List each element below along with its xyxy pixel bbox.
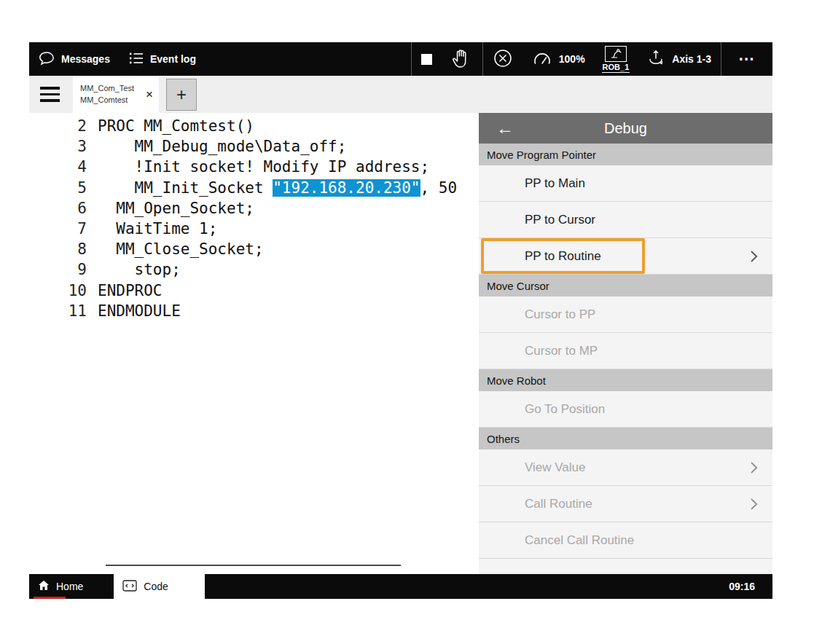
debug-item-cursor-to-pp[interactable]: Cursor to PP [479, 297, 772, 333]
debug-item-label: PP to Routine [525, 249, 750, 264]
line-number: 5 [29, 178, 87, 198]
debug-item-call-routine[interactable]: Call Routine [479, 486, 772, 522]
debug-item-label: PP to Main [525, 176, 758, 191]
stop-button[interactable] [412, 42, 442, 76]
more-button[interactable]: ⋯ [721, 42, 772, 76]
debug-item-label: View Value [525, 460, 750, 475]
robot-arm-icon [605, 46, 627, 62]
code-line[interactable]: 7 WaitTime 1; [29, 219, 479, 239]
line-text: !Init socket! Modify IP address; [87, 157, 429, 177]
line-text: MM_Init_Socket "192.168.20.230", 50 [87, 178, 457, 198]
axis-label: Axis 1-3 [672, 53, 711, 65]
tab-title-line1: MM_Com_Test [80, 83, 141, 94]
debug-item-cancel-call-routine[interactable]: Cancel Call Routine [479, 522, 772, 559]
line-number: 3 [29, 136, 87, 157]
line-text: MM_Debug_mode\Data_off; [87, 136, 346, 157]
axis-rotation-icon [646, 49, 665, 70]
close-tab-button[interactable]: × [141, 87, 153, 102]
code-line[interactable]: 4 !Init socket! Modify IP address; [29, 157, 479, 177]
selected-text: "192.168.20.230" [273, 179, 420, 197]
hamburger-menu-button[interactable] [40, 87, 60, 102]
home-active-indicator [34, 597, 66, 600]
flexpendant-app: Messages Event log [29, 42, 772, 599]
robot-unit-label: ROB_1 [602, 63, 630, 73]
axis-button[interactable]: Axis 1-3 [637, 42, 721, 76]
debug-section-header: Others [479, 428, 772, 449]
home-button[interactable]: Home [29, 574, 95, 599]
chevron-right-icon [750, 250, 758, 263]
code-line[interactable]: 3 MM_Debug_mode\Data_off; [29, 136, 479, 157]
hand-guide-button[interactable] [442, 42, 482, 76]
line-text: stop; [87, 259, 181, 280]
code-editor[interactable]: 2 PROC MM_Comtest() 3 MM_Debug_mode\Data… [29, 113, 479, 574]
debug-panel: ← Debug Move Program Pointer PP to Main … [479, 113, 772, 574]
debug-section-header: Move Cursor [479, 275, 772, 297]
taskbar: Home Code 09:16 [29, 574, 772, 599]
tab-title: MM_Com_Test MM_Comtest [80, 83, 141, 106]
debug-item-cursor-to-mp[interactable]: Cursor to MP [479, 333, 772, 369]
speed-button[interactable]: 100% [523, 42, 595, 76]
tab-bar: MM_Com_Test MM_Comtest × + [29, 76, 772, 113]
ellipsis-icon: ⋯ [731, 50, 763, 68]
line-number: 4 [29, 157, 87, 177]
code-window-icon [122, 580, 137, 594]
stop-icon [421, 54, 432, 65]
debug-item-view-value[interactable]: View Value [479, 449, 772, 486]
motors-off-icon [493, 48, 513, 71]
status-bar: Messages Event log [29, 42, 772, 76]
debug-item-pp-to-cursor[interactable]: PP to Cursor [479, 202, 772, 238]
clock: 09:16 [729, 581, 772, 592]
code-line[interactable]: 11 ENDMODULE [29, 301, 479, 321]
code-line[interactable]: 10 ENDPROC [29, 280, 479, 301]
debug-item-label: PP to Cursor [525, 213, 758, 227]
line-number: 2 [29, 116, 87, 136]
horizontal-scrollbar[interactable] [106, 565, 401, 566]
line-text: PROC MM_Comtest() [87, 116, 254, 136]
debug-item-go-to-position[interactable]: Go To Position [479, 391, 772, 428]
line-number: 9 [29, 259, 87, 280]
speed-value: 100% [559, 53, 585, 65]
debug-section-header: Move Robot [479, 369, 772, 391]
file-tab[interactable]: MM_Com_Test MM_Comtest × [73, 76, 159, 113]
line-text: ENDMODULE [87, 301, 181, 321]
debug-item-pp-to-routine[interactable]: PP to Routine [479, 238, 772, 275]
new-tab-button[interactable]: + [166, 79, 197, 111]
messages-label: Messages [61, 53, 110, 65]
line-number: 6 [29, 198, 87, 219]
code-line[interactable]: 5 MM_Init_Socket "192.168.20.230", 50 [29, 178, 479, 198]
debug-panel-titlebar: ← Debug [479, 113, 772, 144]
hamburger-icon [40, 87, 60, 90]
chevron-right-icon [750, 498, 758, 511]
line-number: 10 [29, 280, 87, 301]
messages-button[interactable]: Messages [29, 42, 120, 76]
debug-section-header: Move Program Pointer [479, 144, 772, 165]
code-editor-lines: 2 PROC MM_Comtest() 3 MM_Debug_mode\Data… [29, 116, 479, 321]
event-log-button[interactable]: Event log [120, 42, 206, 76]
code-line[interactable]: 8 MM_Close_Socket; [29, 239, 479, 259]
code-line[interactable]: 2 PROC MM_Comtest() [29, 116, 479, 136]
event-log-label: Event log [150, 53, 196, 65]
debug-menu: Move Program Pointer PP to Main PP to Cu… [479, 144, 772, 574]
debug-item-label: Cancel Call Routine [525, 533, 758, 548]
debug-item-pp-to-main[interactable]: PP to Main [479, 165, 772, 202]
debug-item-label: Cursor to PP [525, 307, 758, 322]
line-text: ENDPROC [87, 280, 163, 301]
home-icon [38, 580, 50, 593]
line-text: MM_Close_Socket; [87, 239, 264, 259]
back-arrow-icon: ← [496, 118, 514, 138]
line-number: 8 [29, 239, 87, 259]
code-tab-button[interactable]: Code [114, 574, 205, 599]
code-line[interactable]: 6 MM_Open_Socket; [29, 198, 479, 219]
home-label: Home [56, 581, 83, 592]
back-button[interactable]: ← [496, 113, 514, 144]
chat-bubble-icon [39, 51, 55, 68]
line-number: 11 [29, 301, 87, 321]
hand-icon [451, 48, 473, 71]
robot-unit-button[interactable]: ROB_1 [595, 42, 638, 76]
debug-item-label: Call Routine [525, 497, 750, 511]
debug-item-label: Cursor to MP [525, 344, 758, 358]
tab-title-line2: MM_Comtest [80, 95, 141, 106]
line-text: MM_Open_Socket; [87, 198, 254, 219]
code-line[interactable]: 9 stop; [29, 259, 479, 280]
motors-state-button[interactable] [483, 42, 523, 76]
